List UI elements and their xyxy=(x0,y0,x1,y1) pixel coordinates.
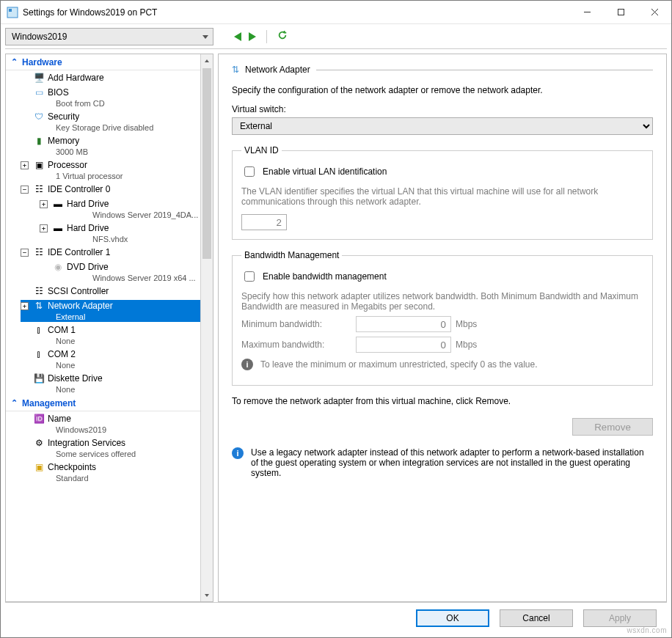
window-title: Settings for Windows2019 on PCT xyxy=(23,7,570,18)
com-port-icon: ⫿ xyxy=(33,325,45,336)
vm-selector-dropdown[interactable]: Windows2019 xyxy=(5,28,213,45)
controller-icon: ☷ xyxy=(33,247,45,258)
scroll-thumb[interactable] xyxy=(202,68,211,259)
network-adapter-icon: ⇅ xyxy=(33,301,45,312)
content-header: Network Adapter xyxy=(245,65,310,75)
tree-item-security[interactable]: 🛡Security Key Storage Drive disabled xyxy=(6,109,200,133)
tree-item-name[interactable]: 🆔Name Windows2019 xyxy=(6,411,200,436)
max-bandwidth-input[interactable] xyxy=(356,337,451,353)
scroll-up-icon[interactable] xyxy=(201,54,213,67)
maximize-button[interactable] xyxy=(604,1,638,23)
network-adapter-icon: ⇅ xyxy=(232,65,239,75)
max-bandwidth-unit: Mbps xyxy=(456,340,477,350)
com-port-icon: ⫿ xyxy=(33,349,45,360)
cancel-button[interactable]: Cancel xyxy=(500,609,573,627)
tree-item-ide0-hd2[interactable]: +▬Hard Drive NFS.vhdx xyxy=(6,221,200,245)
app-icon xyxy=(7,7,18,18)
watermark: wsxdn.com xyxy=(627,626,667,634)
virtual-switch-label: Virtual switch: xyxy=(232,104,653,114)
vlan-enable-checkbox[interactable] xyxy=(244,166,255,177)
vlan-id-input[interactable] xyxy=(241,214,287,230)
bandwidth-legend: Bandwidth Management xyxy=(241,250,342,260)
expand-icon[interactable]: + xyxy=(21,302,29,310)
nav-back-icon[interactable] xyxy=(234,32,241,41)
tree-item-memory-sub: 3000 MB xyxy=(56,147,200,157)
tree-item-ide1-dvd[interactable]: ◉DVD Drive Windows Server 2019 x64 ... xyxy=(6,260,200,284)
section-hardware-label: Hardware xyxy=(22,57,62,67)
tree-item-com2[interactable]: ⫿COM 2 None xyxy=(6,347,200,371)
svg-marker-6 xyxy=(205,59,209,62)
chevron-up-icon: ⌃ xyxy=(10,57,18,67)
ok-button[interactable]: OK xyxy=(416,609,489,627)
processor-icon: ▣ xyxy=(33,160,45,171)
collapse-icon[interactable]: − xyxy=(21,186,29,194)
tree-item-diskette[interactable]: 💾Diskette Drive None xyxy=(6,371,200,395)
controller-icon: ☷ xyxy=(33,184,45,195)
scroll-down-icon[interactable] xyxy=(201,589,213,601)
section-hardware-header[interactable]: ⌃ Hardware xyxy=(6,54,200,70)
diskette-icon: 💾 xyxy=(33,373,45,384)
bandwidth-tip: To leave the minimum or maximum unrestri… xyxy=(260,359,537,370)
tree-item-scsi[interactable]: ☷SCSI Controller xyxy=(6,284,200,298)
toolbar: Windows2019 xyxy=(5,29,667,49)
info-icon: i xyxy=(232,447,244,459)
remove-description: To remove the network adapter from this … xyxy=(232,396,653,406)
tree-item-memory[interactable]: ▮Memory 3000 MB xyxy=(6,133,200,158)
tree-item-checkpoints[interactable]: ▣Checkpoints Standard xyxy=(6,460,200,484)
hard-drive-icon: ▬ xyxy=(52,199,64,210)
collapse-icon[interactable]: − xyxy=(21,249,29,257)
bandwidth-enable-checkbox[interactable] xyxy=(244,271,255,282)
client-area: Windows2019 ⌃ Hardware 🖥️Add Hardware xyxy=(1,24,671,637)
min-bandwidth-input[interactable] xyxy=(356,316,451,332)
scsi-icon: ☷ xyxy=(33,286,45,297)
section-management-label: Management xyxy=(22,398,76,408)
tree-item-ide0-hd1[interactable]: +▬Hard Drive Windows Server 2019_4DA... xyxy=(6,197,200,221)
info-icon: i xyxy=(241,359,253,370)
remove-button[interactable]: Remove xyxy=(572,418,653,436)
expand-icon[interactable]: + xyxy=(21,161,29,169)
refresh-icon[interactable] xyxy=(277,30,288,43)
shield-icon: 🛡 xyxy=(33,111,45,122)
svg-rect-3 xyxy=(618,10,624,15)
minimize-button[interactable] xyxy=(570,1,604,23)
tree-item-add-hardware[interactable]: 🖥️Add Hardware xyxy=(6,70,200,85)
tree-item-com1[interactable]: ⫿COM 1 None xyxy=(6,323,200,347)
tree-item-bios-sub: Boot from CD xyxy=(56,99,200,109)
checkpoint-icon: ▣ xyxy=(33,462,45,473)
settings-tree: ⌃ Hardware 🖥️Add Hardware ▭BIOS Boot fro… xyxy=(5,54,213,602)
integration-icon: ⚙ xyxy=(33,438,45,449)
apply-button[interactable]: Apply xyxy=(583,609,657,627)
legacy-note: Use a legacy network adapter instead of … xyxy=(251,447,653,478)
vlan-legend: VLAN ID xyxy=(241,145,282,155)
min-bandwidth-unit: Mbps xyxy=(456,319,477,329)
titlebar: Settings for Windows2019 on PCT xyxy=(1,1,671,24)
tree-item-processor-sub: 1 Virtual processor xyxy=(56,172,200,181)
virtual-switch-dropdown[interactable]: External xyxy=(232,117,653,135)
expand-icon[interactable]: + xyxy=(40,200,48,208)
settings-window: Settings for Windows2019 on PCT Windows2… xyxy=(0,0,672,638)
close-button[interactable] xyxy=(638,1,671,23)
hard-drive-icon: ▬ xyxy=(52,223,64,234)
min-bandwidth-label: Minimum bandwidth: xyxy=(241,319,351,329)
content-description: Specify the configuration of the network… xyxy=(232,85,653,95)
nav-forward-icon[interactable] xyxy=(249,32,256,41)
tree-item-processor[interactable]: +▣Processor 1 Virtual processor xyxy=(6,158,200,182)
vlan-enable-label: Enable virtual LAN identification xyxy=(263,166,387,177)
tree-item-bios[interactable]: ▭BIOS Boot from CD xyxy=(6,85,200,109)
tree-item-network-adapter[interactable]: +⇅Network Adapter External xyxy=(6,298,200,323)
bandwidth-enable-label: Enable bandwidth management xyxy=(263,271,387,282)
tree-item-security-sub: Key Storage Drive disabled xyxy=(56,123,200,133)
content-panel: ⇅ Network Adapter Specify the configurat… xyxy=(218,54,667,602)
bios-icon: ▭ xyxy=(33,87,45,98)
memory-icon: ▮ xyxy=(33,136,45,147)
scrollbar-vertical[interactable] xyxy=(200,54,213,601)
tree-item-ide0[interactable]: −☷IDE Controller 0 xyxy=(6,182,200,197)
expand-icon[interactable]: + xyxy=(40,224,48,232)
svg-marker-7 xyxy=(205,594,209,597)
tree-item-ide1[interactable]: −☷IDE Controller 1 xyxy=(6,245,200,260)
tree-item-integration-services[interactable]: ⚙Integration Services Some services offe… xyxy=(6,436,200,460)
dvd-drive-icon: ◉ xyxy=(52,262,64,273)
toolbar-separator xyxy=(266,30,267,43)
section-management-header[interactable]: ⌃ Management xyxy=(6,395,200,411)
vlan-fieldset: VLAN ID Enable virtual LAN identificatio… xyxy=(232,145,653,240)
